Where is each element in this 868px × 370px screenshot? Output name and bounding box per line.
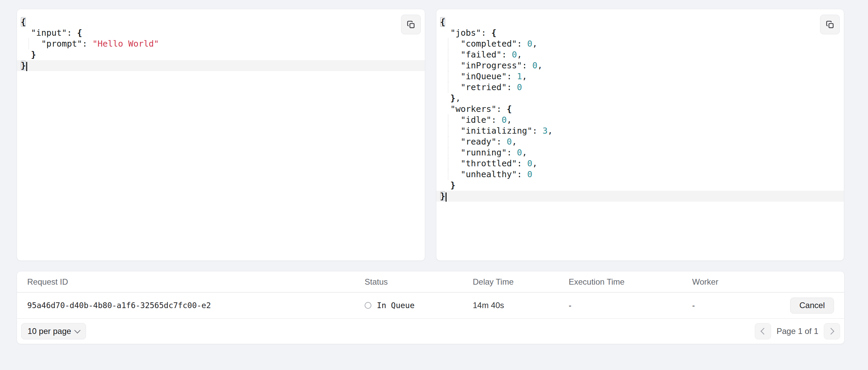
json-key: "initializing" [461,126,532,136]
json-punctuation: { [21,17,26,27]
code-line[interactable]: { [436,17,844,28]
code-line[interactable]: "initializing": 3, [436,125,844,136]
json-number-value: 0 [527,158,532,168]
pagination: Page 1 of 1 [755,323,840,339]
json-punctuation [440,28,450,38]
json-key: "retried" [461,82,506,92]
code-line[interactable]: } [436,191,844,202]
endpoint-health-panel: { "jobs": { "completed": 0, "failed": 0,… [436,9,844,261]
json-key: "unhealthy" [461,169,517,179]
json-punctuation [440,104,450,114]
json-punctuation: : [507,148,517,157]
code-line[interactable]: "failed": 0, [436,49,844,60]
json-key: "completed" [461,39,517,49]
column-header-worker: Worker [692,277,789,287]
json-punctuation: : [517,39,527,49]
code-line[interactable]: "unhealthy": 0 [436,169,844,180]
json-key: "input" [31,28,67,38]
json-punctuation: : [67,28,77,38]
copy-button[interactable] [401,15,421,34]
json-punctuation: : [491,115,502,125]
code-line[interactable]: "throttled": 0, [436,158,844,169]
json-punctuation [440,148,461,157]
code-line[interactable]: "prompt": "Hello World" [17,38,425,49]
table-row[interactable]: 95a46d70-d40b-4b80-a1f6-32565dc7fc00-e2 … [17,292,844,319]
status-badge: In Queue [377,301,415,310]
json-punctuation: } [21,61,26,70]
delay-time-value: 14m 40s [473,301,569,310]
json-string-value: "Hello World" [93,39,159,49]
code-line[interactable]: "retried": 0 [436,82,844,93]
code-line[interactable]: } [17,60,425,71]
json-key: "throttled" [461,158,517,168]
code-line[interactable]: "running": 0, [436,147,844,158]
json-number-value: 0 [517,82,522,92]
json-punctuation: , [455,93,461,103]
code-line[interactable]: } [436,180,844,191]
json-punctuation: : [82,39,93,49]
json-punctuation: : [517,169,527,179]
json-number-value: 0 [507,137,512,147]
json-punctuation: { [440,17,445,27]
chevron-down-icon [74,327,80,333]
json-punctuation [21,50,31,60]
copy-button[interactable] [820,15,840,34]
json-number-value: 0 [517,148,522,157]
json-punctuation [440,158,461,168]
json-punctuation: , [548,126,553,136]
json-punctuation: { [507,104,512,114]
worker-value: - [692,301,789,310]
json-key: "failed" [461,50,501,60]
request-id-value: 95a46d70-d40b-4b80-a1f6-32565dc7fc00-e2 [27,301,365,310]
json-key: "running" [461,148,506,157]
code-line[interactable]: { [17,17,425,28]
chevron-right-icon [828,328,834,335]
execution-time-value: - [569,301,692,310]
json-key: "workers" [450,104,496,114]
json-punctuation: : [517,158,527,168]
json-key: "inProgress" [461,61,522,70]
json-punctuation: , [512,137,517,147]
json-punctuation [440,115,461,125]
code-line[interactable]: "idle": 0, [436,115,844,125]
json-punctuation: , [532,158,537,168]
request-input-panel: { "input": { "prompt": "Hello World" }} [17,9,425,261]
previous-page-button[interactable] [755,323,771,339]
code-line[interactable]: "inQueue": 1, [436,71,844,82]
circle-outline-icon [365,302,371,309]
json-number-value: 0 [512,50,517,60]
json-punctuation: , [507,115,512,125]
code-line[interactable]: }, [436,93,844,104]
text-cursor [446,192,447,202]
copy-icon [825,20,835,29]
page-size-label: 10 per page [28,326,71,336]
code-line[interactable]: "workers": { [436,104,844,115]
json-punctuation [21,28,31,38]
column-header-execution-time: Execution Time [569,277,692,287]
json-punctuation [440,71,461,81]
column-header-request-id: Request ID [27,277,365,287]
json-code-editor-health[interactable]: { "jobs": { "completed": 0, "failed": 0,… [436,9,844,260]
json-punctuation [440,126,461,136]
code-line[interactable]: "input": { [17,28,425,38]
code-line[interactable]: } [17,49,425,60]
cancel-button[interactable]: Cancel [790,298,834,314]
code-line[interactable]: "ready": 0, [436,136,844,147]
json-number-value: 0 [502,115,507,125]
code-line[interactable]: "inProgress": 0, [436,60,844,71]
page-size-select[interactable]: 10 per page [21,323,86,339]
json-punctuation: } [450,180,455,190]
json-punctuation: } [450,93,455,103]
code-line[interactable]: "completed": 0, [436,38,844,49]
json-punctuation: : [522,61,532,70]
json-punctuation: , [517,50,522,60]
json-key: "inQueue" [461,71,506,81]
json-punctuation: { [491,28,497,38]
json-code-editor-input[interactable]: { "input": { "prompt": "Hello World" }} [17,9,425,260]
requests-table: Request ID Status Delay Time Execution T… [17,271,845,344]
json-punctuation [21,39,41,49]
json-punctuation: , [532,39,537,49]
json-punctuation: : [502,50,512,60]
next-page-button[interactable] [824,323,840,339]
code-line[interactable]: "jobs": { [436,28,844,38]
